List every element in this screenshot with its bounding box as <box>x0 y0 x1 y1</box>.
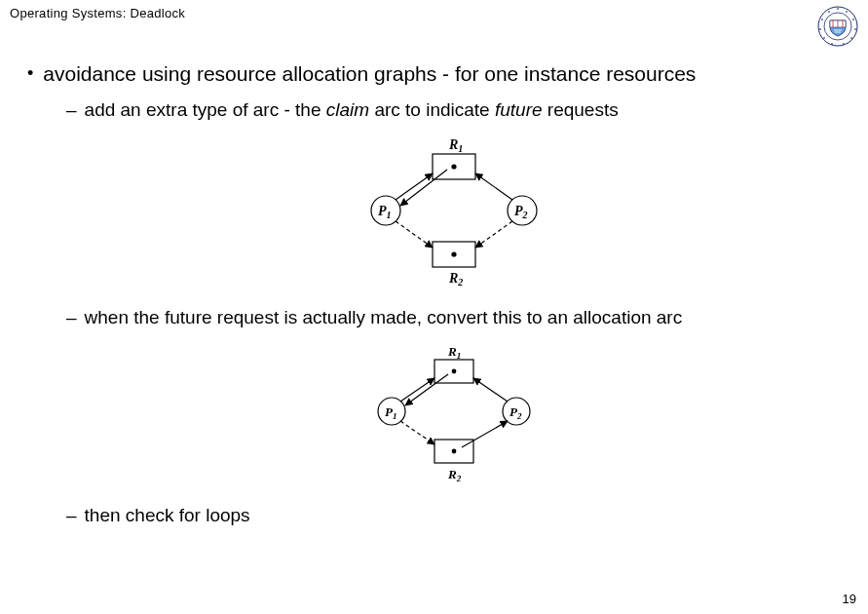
svg-line-39 <box>405 374 448 405</box>
text-fragment: add an extra type of arc - the <box>85 99 326 120</box>
sub-bullet-2: – when the future request is actually ma… <box>66 305 841 330</box>
p1-sub: 1 <box>386 210 391 220</box>
svg-line-41 <box>400 421 434 444</box>
dash-icon: – <box>66 97 77 123</box>
bullet-text: avoidance using resource allocation grap… <box>43 60 696 88</box>
svg-line-25 <box>475 173 512 200</box>
svg-line-27 <box>475 221 512 248</box>
svg-point-10 <box>820 29 821 30</box>
svg-text:R2: R2 <box>448 271 463 288</box>
svg-point-6 <box>851 38 852 39</box>
r2-label: R <box>448 271 458 286</box>
svg-text:R2: R2 <box>447 467 462 483</box>
page-number: 19 <box>843 592 856 606</box>
svg-point-5 <box>855 29 856 30</box>
svg-point-12 <box>829 12 830 13</box>
svg-line-42 <box>462 421 508 447</box>
r2-sub: 2 <box>455 474 461 483</box>
svg-point-9 <box>824 38 825 39</box>
text-fragment: requests <box>543 99 619 120</box>
svg-line-24 <box>400 170 447 206</box>
svg-point-11 <box>822 19 823 20</box>
r1-label: R <box>447 344 457 359</box>
svg-point-8 <box>832 44 833 45</box>
sub-bullet-3-text: then check for loops <box>85 503 250 528</box>
r1-sub: 1 <box>458 143 463 154</box>
claim-word: claim <box>326 99 369 120</box>
diagram-2: R1 R2 P1 P2 <box>66 344 841 485</box>
svg-point-15 <box>451 164 456 169</box>
r1-label: R <box>448 137 458 152</box>
svg-line-38 <box>400 378 434 402</box>
future-word: future <box>495 99 543 120</box>
svg-line-40 <box>473 378 508 402</box>
p2-sub: 2 <box>521 210 527 220</box>
svg-point-4 <box>853 19 854 20</box>
dash-icon: – <box>66 305 77 330</box>
sub-bullet-3: – then check for loops <box>66 503 841 528</box>
page-header-title: Operating Systems: Deadlock <box>10 6 185 20</box>
university-crest-icon <box>817 6 858 47</box>
sub-bullet-2-text: when the future request is actually made… <box>85 305 683 330</box>
r2-sub: 2 <box>457 277 463 288</box>
svg-line-26 <box>396 221 433 248</box>
diagram-1: R1 R2 P1 P2 <box>66 136 841 288</box>
svg-point-30 <box>451 369 456 374</box>
svg-point-17 <box>451 251 456 256</box>
p2-sub: 2 <box>515 411 521 421</box>
p1-sub: 1 <box>392 411 396 421</box>
r2-label: R <box>447 467 457 481</box>
svg-text:R1: R1 <box>447 344 461 361</box>
dash-icon: – <box>66 503 77 528</box>
text-fragment: arc to indicate <box>369 99 495 120</box>
svg-point-32 <box>451 449 456 454</box>
bullet-dot-icon: • <box>27 60 33 86</box>
svg-text:R1: R1 <box>448 137 463 154</box>
sub-bullet-1-text: add an extra type of arc - the claim arc… <box>85 97 619 123</box>
main-bullet: • avoidance using resource allocation gr… <box>27 60 841 88</box>
svg-point-3 <box>847 12 848 13</box>
svg-point-7 <box>844 44 845 45</box>
svg-point-2 <box>838 9 839 10</box>
sub-bullet-1: – add an extra type of arc - the claim a… <box>66 97 841 123</box>
